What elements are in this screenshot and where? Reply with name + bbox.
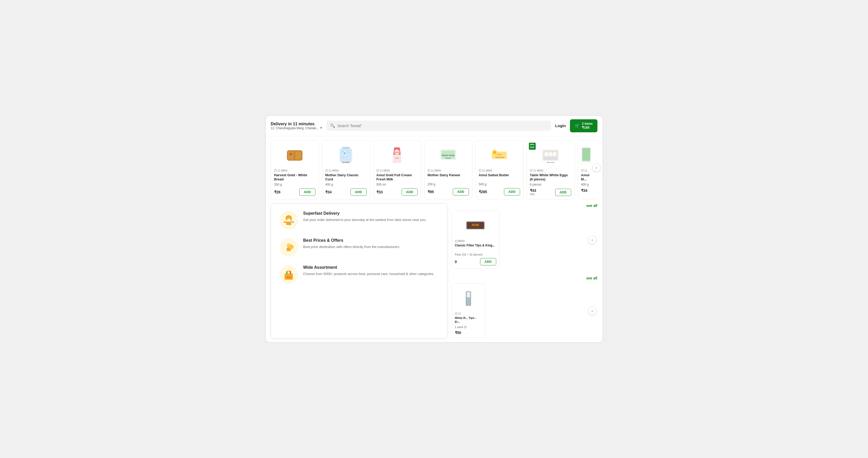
product-name: Amul M... <box>581 173 595 182</box>
right-product-card-white: 11 White R... Tips - El... 1 pack (5 ₹50 <box>452 283 485 338</box>
svg-rect-65 <box>467 292 470 297</box>
product-weight: 6 pieces <box>530 183 571 187</box>
svg-rect-36 <box>582 148 590 161</box>
price-current: ₹33 <box>376 190 383 194</box>
product-card: Amul Gold 11 MINS Amul Gold Full Cream F… <box>373 140 421 200</box>
section-header-top: see all <box>452 203 597 208</box>
svg-rect-57 <box>286 271 288 274</box>
info-item-delivery: Superfast Delivery Get your order delive… <box>279 211 439 230</box>
clock-icon <box>274 169 277 172</box>
add-button[interactable]: ADD <box>555 189 571 196</box>
add-button[interactable]: ADD <box>402 189 418 196</box>
product-card: Amul girl Salted Butter 11 MINS Amul Sal… <box>475 140 523 200</box>
cart-button[interactable]: 🛒 2 items ₹185 <box>570 119 597 132</box>
amul-partial-image <box>581 145 595 166</box>
svg-rect-43 <box>283 222 287 223</box>
header: Delivery in 11 minutes 12, Chandragupta … <box>266 116 602 136</box>
delivery-time: 11 MINS <box>479 169 520 172</box>
svg-text:Gold: Gold <box>396 157 399 159</box>
discount-badge: 49%OFF <box>529 143 536 150</box>
product-name: Mother Dairy Classic Curd <box>326 173 367 182</box>
product-weight: 200 g <box>428 182 469 186</box>
login-button[interactable]: Login <box>555 123 566 128</box>
product-footer: 0 ADD <box>455 258 496 265</box>
delivery-info[interactable]: Delivery in 11 minutes 12, Chandragupta … <box>271 122 322 130</box>
info-panel: Superfast Delivery Get your order delive… <box>271 203 447 338</box>
products-section: 11 MINS Harvest Gold - White Bread 350 g… <box>266 136 602 200</box>
next-arrow-right-top[interactable]: › <box>588 236 596 244</box>
product-name: Table White White Eggs (6 pieces) <box>530 173 571 182</box>
svg-point-8 <box>342 151 343 152</box>
assortment-icon-wrap: blinkit <box>279 265 298 284</box>
price-current: ₹95 <box>428 190 434 194</box>
add-button[interactable]: ADD <box>453 188 469 196</box>
product-image-wrap: CLASSIC <box>326 144 367 167</box>
svg-text:RAW: RAW <box>472 223 479 227</box>
info-text-prices: Best Prices & Offers Best price destinat… <box>303 238 400 250</box>
info-text-assortment: Wide Assortment Choose from 5000+ produc… <box>303 265 434 277</box>
products-row: 11 MINS Harvest Gold - White Bread 350 g… <box>271 140 597 200</box>
clock-icon <box>581 169 584 172</box>
price-block: ₹28 <box>274 190 281 194</box>
product-card: CLASSIC 11 MINS Mother Dairy Classic Cur… <box>322 140 370 200</box>
svg-point-2 <box>289 152 292 156</box>
price-block: ₹34 <box>326 190 332 194</box>
milk-image: Amul Gold <box>386 144 407 166</box>
delivery-time: 11 MINS <box>530 169 571 172</box>
product-image-wrap <box>581 144 595 167</box>
svg-point-10 <box>343 156 344 157</box>
raw-image: RAW <box>465 216 486 236</box>
clock-icon <box>530 169 532 172</box>
assortment-icon: blinkit <box>280 266 298 283</box>
bread-image <box>284 145 305 166</box>
right-products-row-top: RAW MINS Classic Filter Tips & King... P… <box>452 211 597 269</box>
header-right: Login 🛒 2 items ₹185 <box>555 119 597 132</box>
see-all-link-bottom[interactable]: see all <box>586 276 597 280</box>
product-name: Harvest Gold - White Bread <box>274 173 315 182</box>
svg-rect-53 <box>290 247 292 248</box>
clock-icon <box>479 169 482 172</box>
price-block: ₹50 <box>455 331 482 335</box>
next-arrow-right-bottom[interactable]: › <box>588 307 596 315</box>
add-button[interactable]: ADD <box>350 189 367 196</box>
add-button[interactable]: ADD <box>480 258 496 265</box>
paneer-image: Mother Dairy Paneer <box>438 144 459 166</box>
delivery-time: 11 MINS <box>326 169 367 172</box>
product-weight: Pack (32 + 32 pieces) <box>455 253 496 256</box>
add-button[interactable]: ADD <box>504 188 520 196</box>
delivery-time: 11 MINS <box>428 169 469 172</box>
delivery-title: Delivery in 11 minutes <box>271 122 322 126</box>
right-product-card-raw: RAW MINS Classic Filter Tips & King... P… <box>452 211 500 269</box>
svg-rect-5 <box>340 149 351 162</box>
svg-point-31 <box>544 151 548 157</box>
product-name: Amul Gold Full Cream Fresh Milk <box>376 173 418 182</box>
section-header-bottom: see all <box>452 276 597 280</box>
product-footer: ₹43 ₹65 ADD <box>530 189 571 196</box>
info-desc-delivery: Get your order delivered to your doorste… <box>303 217 427 223</box>
clock-icon <box>376 169 379 172</box>
delivery-time: 11 MINS <box>274 169 315 172</box>
svg-point-59 <box>287 270 289 272</box>
search-input[interactable] <box>337 124 547 128</box>
product-footer: ₹28 ADD <box>274 189 315 196</box>
svg-point-32 <box>548 151 553 157</box>
svg-rect-58 <box>290 271 291 274</box>
svg-rect-11 <box>342 147 350 149</box>
info-title-prices: Best Prices & Offers <box>303 238 400 243</box>
next-arrow-button[interactable]: › <box>592 164 600 172</box>
product-weight: 400 g <box>326 183 367 187</box>
right-products-row-bottom: 11 White R... Tips - El... 1 pack (5 ₹50… <box>452 283 597 338</box>
search-bar[interactable]: 🔍 <box>327 121 551 131</box>
svg-text:Salted Butter: Salted Butter <box>495 156 504 158</box>
delivery-time: 11 <box>455 312 482 315</box>
main-content: Superfast Delivery Get your order delive… <box>266 199 602 342</box>
product-weight: 500 ml <box>376 183 418 187</box>
right-products: see all RAW MINS C <box>452 203 597 338</box>
product-name: White R... Tips - El... <box>455 316 482 324</box>
see-all-link-top[interactable]: see all <box>586 203 597 208</box>
info-item-prices: ₹ Best Prices & Offers Best price destin… <box>279 238 439 257</box>
price-current: ₹50 <box>455 331 482 335</box>
prices-icon-wrap: ₹ <box>279 238 298 257</box>
add-button[interactable]: ADD <box>299 189 315 196</box>
product-image-wrap: RAW <box>455 214 496 237</box>
